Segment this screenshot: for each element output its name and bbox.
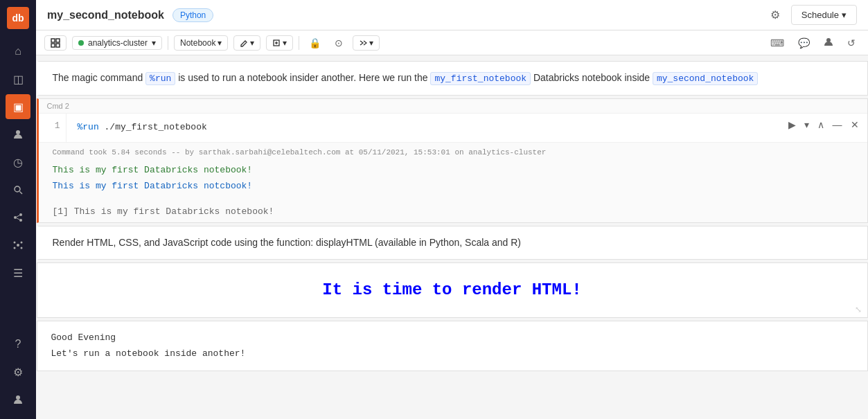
rendered-html-cell: It is time to render HTML! ⤡ (37, 262, 868, 318)
lock-icon-btn[interactable]: 🔒 (305, 35, 325, 51)
markdown-content-1: The magic command %run is used to run a … (39, 62, 867, 95)
sidebar-item-notebooks[interactable]: ▣ (6, 94, 30, 119)
sidebar-item-jobs[interactable]: ☰ (6, 260, 30, 285)
markdown-text-2: Render HTML, CSS, and JavaScript code us… (53, 237, 521, 248)
schedule-chevron-icon: ▾ (842, 10, 847, 20)
cluster-status-dot (78, 40, 84, 46)
cell-close-btn[interactable]: ✕ (848, 118, 862, 132)
python-badge[interactable]: Python (172, 8, 213, 22)
toolbar-right: ⌨ 💬 ↺ (766, 35, 860, 51)
more-btn[interactable]: ▾ (353, 35, 380, 51)
sidebar-item-home[interactable]: ⌂ (6, 39, 30, 64)
schedule-button[interactable]: Schedule ▾ (791, 5, 857, 25)
main-area: my_second_notebook Python ⚙ Schedule ▾ a… (36, 0, 868, 419)
svg-point-3 (14, 216, 17, 219)
markdown-content-2: Render HTML, CSS, and JavaScript code us… (39, 226, 867, 258)
svg-line-2 (20, 192, 23, 195)
svg-point-13 (16, 395, 20, 400)
cell-output-area: Command took 5.84 seconds -- by sarthak.… (39, 142, 867, 223)
sidebar-item-workflows[interactable] (6, 205, 30, 230)
undo-icon-btn[interactable]: ↺ (843, 35, 860, 51)
sidebar-item-profile[interactable] (6, 387, 30, 412)
svg-point-9 (14, 242, 16, 244)
code-cell-1: Cmd 2 ▶ ▾ ∧ — ✕ 1 %run (37, 98, 868, 224)
run-dropdown-btn[interactable]: ▾ (801, 118, 812, 132)
notebook-menu-btn[interactable]: Notebook ▾ (174, 35, 228, 51)
user-icon-btn[interactable] (820, 35, 838, 51)
cell-header-cmd2: Cmd 2 (39, 99, 867, 114)
cluster-name: analytics-cluster (88, 38, 148, 48)
text-line-1: Good Evening (51, 330, 853, 346)
cmd-label: Cmd 2 (47, 102, 69, 110)
sidebar: db ⌂ ◫ ▣ ◷ ☰ ? ⚙ (0, 0, 36, 419)
circle-icon-btn[interactable]: ⊙ (330, 35, 347, 51)
svg-rect-15 (56, 39, 60, 42)
cluster-chevron-icon: ▾ (152, 38, 156, 48)
edit-menu-btn[interactable]: ▾ (233, 35, 260, 51)
more-chevron-icon: ▾ (369, 38, 373, 48)
svg-line-7 (17, 218, 19, 220)
text-cell-bottom: Good Evening Let's run a notebook inside… (37, 321, 868, 371)
notebook-chevron-icon: ▾ (218, 38, 222, 48)
toolbar-divider-1 (168, 36, 168, 50)
svg-point-10 (21, 242, 23, 244)
sidebar-item-clusters[interactable] (6, 233, 30, 258)
sidebar-item-search[interactable] (6, 177, 30, 202)
code-path: ./my_first_notebook (105, 122, 207, 132)
code-content[interactable]: 1 %run ./my_first_notebook (39, 114, 867, 142)
rendered-html-text: It is time to render HTML! (322, 280, 581, 299)
markdown-text-before-code: The magic command (53, 72, 146, 83)
cell-chevron-up-btn[interactable]: ∧ (815, 118, 827, 132)
svg-rect-16 (51, 44, 55, 47)
sidebar-logo[interactable]: db (7, 7, 29, 29)
notebook-area[interactable]: The magic command %run is used to run a … (36, 55, 868, 419)
inline-code-second-notebook: my_second_notebook (653, 72, 758, 85)
run-btn[interactable]: ▶ (786, 118, 799, 132)
comment-icon-btn[interactable]: 💬 (794, 35, 814, 51)
svg-point-8 (17, 244, 19, 247)
code-cell-toolbar: ▶ ▾ ∧ — ✕ (786, 118, 862, 132)
svg-rect-17 (56, 44, 60, 47)
notebook-inner: The magic command %run is used to run a … (37, 55, 868, 380)
svg-point-11 (14, 247, 16, 249)
text-line-2: Let's run a notebook inside another! (51, 346, 853, 362)
insert-menu-btn[interactable]: ▾ (266, 35, 293, 51)
topbar: my_second_notebook Python ⚙ Schedule ▾ (36, 0, 868, 30)
markdown-cell-2: Render HTML, CSS, and JavaScript code us… (37, 226, 868, 259)
svg-rect-14 (51, 39, 55, 42)
cell-minimize-btn[interactable]: — (830, 118, 845, 132)
inline-code-run: %run (145, 72, 175, 85)
svg-point-4 (19, 213, 22, 216)
cluster-selector[interactable]: analytics-cluster ▾ (72, 36, 162, 50)
toolbar: analytics-cluster ▾ Notebook ▾ ▾ ▾ 🔒 ⊙ ▾… (36, 30, 868, 55)
output-line-2: This is my first Databricks notcbook! (53, 178, 853, 194)
inline-code-first-notebook: my_first_notebook (430, 72, 531, 85)
sidebar-item-users[interactable] (6, 122, 30, 147)
code-text-1[interactable]: %run ./my_first_notebook (67, 114, 867, 142)
markdown-text-end: Databricks notebook inside (531, 72, 653, 83)
sidebar-item-panels[interactable]: ◫ (6, 66, 30, 91)
markdown-text-middle: is used to run a notebook insider anothe… (175, 72, 430, 83)
svg-point-0 (16, 130, 20, 134)
sidebar-item-help[interactable]: ? (6, 332, 30, 357)
markdown-cell-1: The magic command %run is used to run a … (37, 61, 868, 96)
insert-chevron-icon: ▾ (283, 38, 287, 48)
code-cell-container: ▶ ▾ ∧ — ✕ 1 %run ./my_first_notebook (39, 114, 867, 142)
output-result: [1] This is my first Databricks notebook… (53, 206, 853, 217)
svg-point-1 (15, 186, 20, 192)
sidebar-item-history[interactable]: ◷ (6, 150, 30, 175)
svg-line-6 (17, 215, 19, 217)
keyword-run: %run (78, 122, 99, 132)
keyboard-icon-btn[interactable]: ⌨ (766, 35, 788, 51)
output-line-1: This is my first Databricks notebook! (53, 162, 853, 178)
notebook-title: my_second_notebook (47, 9, 164, 21)
layout-icon-btn[interactable] (44, 35, 67, 51)
svg-point-5 (19, 219, 22, 222)
resize-handle-icon[interactable]: ⤡ (855, 305, 862, 314)
settings-icon[interactable]: ⚙ (768, 6, 783, 24)
edit-chevron-icon: ▾ (250, 38, 254, 48)
output-meta: Command took 5.84 seconds -- by sarthak.… (53, 148, 853, 157)
sidebar-item-settings[interactable]: ⚙ (6, 359, 30, 384)
code-line-1: %run ./my_first_notebook (78, 121, 856, 135)
line-number-1: 1 (39, 114, 67, 142)
